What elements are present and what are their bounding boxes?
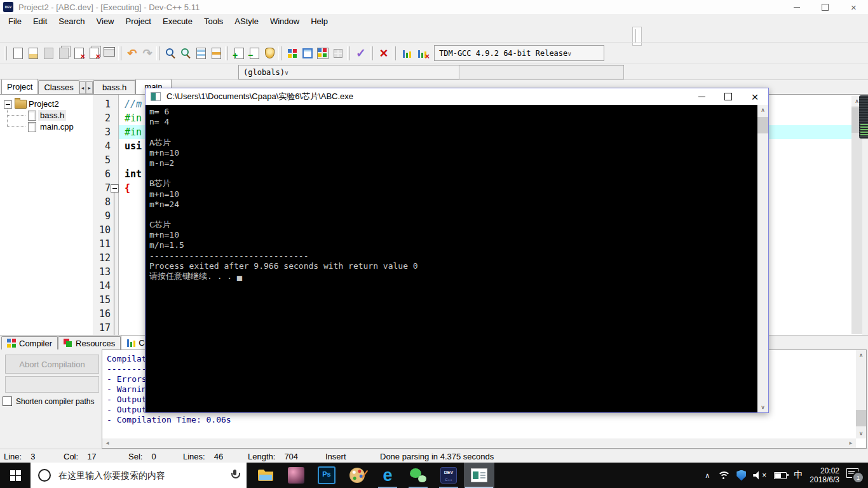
console-title-bar[interactable]: C:\Users\1\Documents\Cpapa\实验6\芯片\ABC.ex…: [146, 88, 768, 105]
taskbar-search[interactable]: [31, 463, 247, 488]
file-explorer-button[interactable]: [250, 463, 281, 488]
volume-slider-overlay[interactable]: [859, 95, 868, 139]
scrollbar-thumb[interactable]: [856, 410, 866, 426]
menu-item[interactable]: AStyle: [229, 15, 264, 27]
wifi-icon[interactable]: [717, 470, 729, 480]
avatar-app-button[interactable]: [281, 463, 311, 488]
menu-item[interactable]: View: [91, 15, 120, 27]
close-icon[interactable]: [839, 0, 868, 14]
tab-project[interactable]: Project: [1, 79, 38, 94]
profile-analysis-icon[interactable]: [399, 46, 414, 61]
scrollbar-track[interactable]: [757, 115, 768, 402]
collapse-icon[interactable]: [4, 100, 12, 109]
open-icon[interactable]: [25, 46, 41, 61]
scroll-right-icon[interactable]: [846, 438, 856, 448]
save-all-icon[interactable]: [56, 46, 71, 61]
tree-item-project[interactable]: Project2: [27, 98, 61, 109]
swap-header-source-icon[interactable]: [208, 46, 224, 61]
scrollbar-track[interactable]: [856, 360, 866, 428]
tree-item-main-cpp[interactable]: main.cpp: [38, 121, 76, 132]
microphone-icon[interactable]: [230, 469, 239, 482]
remove-from-project-icon[interactable]: [247, 46, 262, 61]
search-input[interactable]: [57, 470, 230, 481]
tab-scroll-left-icon[interactable]: [79, 81, 86, 94]
paint-button[interactable]: [342, 463, 372, 488]
close-icon[interactable]: [71, 46, 86, 61]
line-number: 6: [93, 167, 112, 181]
delete-profiling-information-icon[interactable]: [414, 46, 430, 61]
menu-item[interactable]: Tools: [198, 15, 229, 27]
compiler-profile-select[interactable]: TDM-GCC 4.9.2 64-bit Release: [434, 45, 604, 61]
tab-scroll-right-icon[interactable]: [86, 81, 93, 94]
console-scrollbar[interactable]: [757, 105, 768, 412]
minimize-icon[interactable]: [688, 88, 715, 105]
undo-icon[interactable]: [125, 46, 140, 61]
tree-item-bass-h[interactable]: bass.h: [38, 110, 66, 121]
file-explorer-icon: [258, 470, 273, 481]
goto-line-icon[interactable]: [193, 46, 208, 61]
project-panel: Project Classes Project2 bass.h main.cpp: [0, 79, 93, 335]
rebuild-all-icon[interactable]: [330, 46, 346, 61]
edge-button[interactable]: [372, 463, 403, 488]
maximize-icon[interactable]: [811, 0, 839, 14]
photoshop-button[interactable]: [311, 463, 342, 488]
taskbar-clock[interactable]: 20:02 2018/6/3: [810, 466, 839, 484]
tab-bass-h[interactable]: bass.h: [93, 80, 135, 94]
fold-collapse-icon[interactable]: [111, 184, 119, 193]
console-output-line: m-n=2: [149, 158, 418, 168]
tab-compiler[interactable]: Compiler: [1, 336, 58, 349]
window-controls: [782, 0, 868, 14]
tab-classes[interactable]: Classes: [38, 80, 79, 94]
console-output-line: m*n=24: [149, 200, 418, 210]
menu-item[interactable]: Window: [264, 15, 305, 27]
syntax-check-icon[interactable]: [353, 46, 369, 61]
scroll-down-icon[interactable]: [757, 402, 768, 412]
add-to-project-icon[interactable]: [231, 46, 247, 61]
close-icon[interactable]: [742, 88, 768, 105]
ime-indicator[interactable]: 中: [794, 470, 803, 481]
security-shield-icon[interactable]: [736, 470, 746, 481]
abort-compilation-icon[interactable]: [376, 46, 391, 61]
menu-item[interactable]: Execute: [157, 15, 198, 27]
action-center-button[interactable]: 1: [846, 467, 864, 484]
scroll-left-icon[interactable]: [102, 438, 112, 448]
maximize-icon[interactable]: [715, 88, 742, 105]
run-icon[interactable]: [300, 46, 315, 61]
print-icon[interactable]: [102, 46, 117, 61]
compile-icon[interactable]: [285, 46, 300, 61]
scroll-up-icon[interactable]: [856, 350, 866, 360]
save-icon[interactable]: [41, 46, 56, 61]
volume-muted-icon[interactable]: [753, 470, 767, 480]
minimize-icon[interactable]: [782, 0, 811, 14]
redo-icon[interactable]: [140, 46, 155, 61]
globals-select[interactable]: (globals): [238, 65, 466, 79]
console-screen[interactable]: m= 6n= 4A芯片m+n=10m-n=2B芯片m+n=10m*n=24C芯片…: [146, 105, 757, 412]
tab-resources[interactable]: Resources: [58, 336, 121, 349]
menu-item[interactable]: File: [3, 15, 27, 27]
log-horizontal-scrollbar[interactable]: [102, 438, 856, 448]
project-properties-icon[interactable]: [262, 46, 277, 61]
wechat-button[interactable]: [403, 463, 433, 488]
battery-icon[interactable]: [774, 472, 787, 479]
log-vertical-scrollbar[interactable]: [856, 350, 866, 438]
new-file-icon[interactable]: [10, 46, 25, 61]
menu-item[interactable]: Edit: [27, 15, 53, 27]
find-icon[interactable]: [163, 46, 178, 61]
edit-toolbar-group: [125, 46, 155, 61]
menu-item[interactable]: Project: [120, 15, 157, 27]
tray-expand-icon[interactable]: [705, 471, 710, 480]
scrollbar-thumb[interactable]: [757, 117, 768, 133]
devcpp-button[interactable]: [433, 463, 464, 488]
console-window-button[interactable]: [464, 463, 494, 488]
line-number: 2: [93, 111, 112, 125]
shorten-paths-checkbox[interactable]: [3, 396, 12, 406]
replace-icon[interactable]: [178, 46, 193, 61]
scroll-up-icon[interactable]: [757, 105, 768, 115]
start-button[interactable]: [0, 463, 31, 488]
scroll-down-icon[interactable]: [856, 428, 866, 438]
menu-item[interactable]: Search: [53, 15, 90, 27]
menu-item[interactable]: Help: [305, 15, 334, 27]
abort-compilation-button[interactable]: Abort Compilation: [5, 355, 99, 374]
compile-and-run-icon[interactable]: [315, 46, 330, 61]
close-all-icon[interactable]: [86, 46, 102, 61]
